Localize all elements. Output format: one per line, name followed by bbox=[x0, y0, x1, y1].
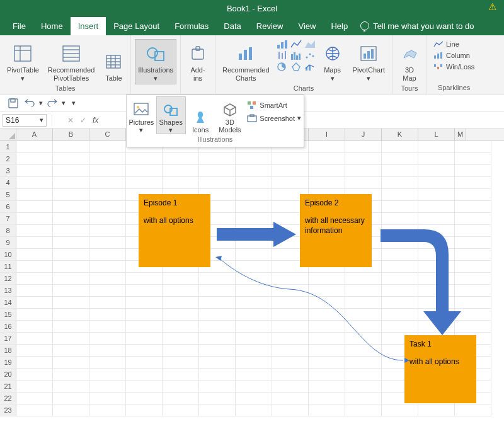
cell[interactable] bbox=[236, 273, 272, 285]
cell[interactable] bbox=[455, 381, 491, 392]
cell[interactable] bbox=[382, 345, 418, 357]
sparkline-column-button[interactable]: Column bbox=[431, 50, 477, 60]
cell[interactable] bbox=[345, 213, 382, 225]
cell[interactable] bbox=[455, 153, 491, 165]
cell[interactable] bbox=[126, 333, 163, 345]
cell[interactable] bbox=[455, 285, 491, 297]
row-head-4[interactable]: 4 bbox=[0, 177, 16, 189]
cell[interactable] bbox=[236, 321, 272, 333]
cell[interactable] bbox=[272, 273, 309, 285]
fx-icon[interactable]: fx bbox=[93, 116, 98, 125]
cell[interactable] bbox=[382, 357, 418, 369]
cell[interactable] bbox=[89, 225, 126, 237]
cell[interactable] bbox=[455, 321, 491, 333]
cell[interactable] bbox=[272, 153, 309, 165]
cell[interactable] bbox=[309, 404, 345, 416]
cell[interactable] bbox=[126, 369, 163, 381]
cell[interactable] bbox=[345, 201, 382, 213]
cell[interactable] bbox=[345, 177, 382, 189]
cell[interactable] bbox=[16, 333, 53, 345]
cell[interactable] bbox=[455, 141, 491, 153]
cell[interactable] bbox=[418, 333, 455, 345]
shapes-button[interactable]: Shapes▾ bbox=[156, 96, 186, 134]
row-head-3[interactable]: 3 bbox=[0, 165, 16, 177]
cell[interactable] bbox=[199, 177, 236, 189]
cell[interactable] bbox=[126, 189, 163, 201]
cell[interactable] bbox=[455, 165, 491, 177]
cell[interactable] bbox=[309, 369, 345, 381]
cell[interactable] bbox=[199, 189, 236, 201]
cell[interactable] bbox=[345, 381, 382, 392]
cell[interactable] bbox=[53, 357, 89, 369]
cell[interactable] bbox=[163, 392, 199, 404]
cell[interactable] bbox=[382, 404, 418, 416]
cell[interactable] bbox=[272, 225, 309, 237]
cell[interactable] bbox=[89, 369, 126, 381]
cell[interactable] bbox=[53, 177, 89, 189]
cell[interactable] bbox=[382, 165, 418, 177]
cell[interactable] bbox=[382, 261, 418, 273]
cell[interactable] bbox=[345, 309, 382, 321]
redo-icon[interactable] bbox=[45, 96, 59, 110]
cell[interactable] bbox=[126, 285, 163, 297]
cell[interactable] bbox=[309, 273, 345, 285]
cell[interactable] bbox=[89, 189, 126, 201]
cell[interactable] bbox=[236, 201, 272, 213]
addins-button[interactable]: Add- ins bbox=[185, 39, 211, 84]
name-box[interactable]: S16 ▾ bbox=[3, 114, 47, 127]
cell[interactable] bbox=[53, 321, 89, 333]
cell[interactable] bbox=[345, 404, 382, 416]
cell[interactable] bbox=[163, 153, 199, 165]
cell[interactable] bbox=[89, 237, 126, 249]
cell[interactable] bbox=[455, 392, 491, 404]
cell[interactable] bbox=[272, 237, 309, 249]
cell[interactable] bbox=[382, 297, 418, 309]
cell[interactable] bbox=[272, 321, 309, 333]
cell[interactable] bbox=[455, 225, 491, 237]
cell[interactable] bbox=[418, 165, 455, 177]
cell[interactable] bbox=[53, 213, 89, 225]
cell[interactable] bbox=[272, 189, 309, 201]
cell[interactable] bbox=[345, 225, 382, 237]
screenshot-button[interactable]: Screenshot ▾ bbox=[247, 112, 301, 124]
cell[interactable] bbox=[163, 177, 199, 189]
cell[interactable] bbox=[126, 357, 163, 369]
cell[interactable] bbox=[345, 345, 382, 357]
tab-review[interactable]: Review bbox=[249, 17, 291, 35]
chart-scatter-icon[interactable] bbox=[304, 50, 316, 60]
cell[interactable] bbox=[199, 225, 236, 237]
cell[interactable] bbox=[89, 392, 126, 404]
cell[interactable] bbox=[89, 357, 126, 369]
chart-stock-icon[interactable] bbox=[277, 50, 288, 60]
3d-models-button[interactable]: 3D Models bbox=[215, 96, 244, 134]
cell[interactable] bbox=[418, 141, 455, 153]
cell[interactable] bbox=[199, 297, 236, 309]
cell[interactable] bbox=[199, 261, 236, 273]
cell[interactable] bbox=[236, 381, 272, 392]
cell[interactable] bbox=[16, 392, 53, 404]
cell[interactable] bbox=[345, 369, 382, 381]
cell[interactable] bbox=[199, 381, 236, 392]
cell[interactable] bbox=[272, 177, 309, 189]
worksheet-grid[interactable]: A B C D E F G H I J K L M 12345678910111… bbox=[0, 129, 504, 423]
cell[interactable] bbox=[126, 177, 163, 189]
cell[interactable] bbox=[53, 261, 89, 273]
cell[interactable] bbox=[418, 381, 455, 392]
row-head-12[interactable]: 12 bbox=[0, 273, 16, 285]
cell[interactable] bbox=[309, 345, 345, 357]
chart-area-icon[interactable] bbox=[304, 39, 316, 49]
cell[interactable] bbox=[418, 297, 455, 309]
cell[interactable] bbox=[455, 297, 491, 309]
cell[interactable] bbox=[236, 357, 272, 369]
cell[interactable] bbox=[199, 165, 236, 177]
cell[interactable] bbox=[16, 213, 53, 225]
cell[interactable] bbox=[236, 285, 272, 297]
smartart-button[interactable]: SmartArt bbox=[247, 99, 301, 111]
cell[interactable] bbox=[126, 261, 163, 273]
undo-icon[interactable] bbox=[23, 96, 37, 110]
cell[interactable] bbox=[53, 297, 89, 309]
cell[interactable] bbox=[272, 404, 309, 416]
cell[interactable] bbox=[272, 285, 309, 297]
cell[interactable] bbox=[309, 381, 345, 392]
cell[interactable] bbox=[309, 153, 345, 165]
